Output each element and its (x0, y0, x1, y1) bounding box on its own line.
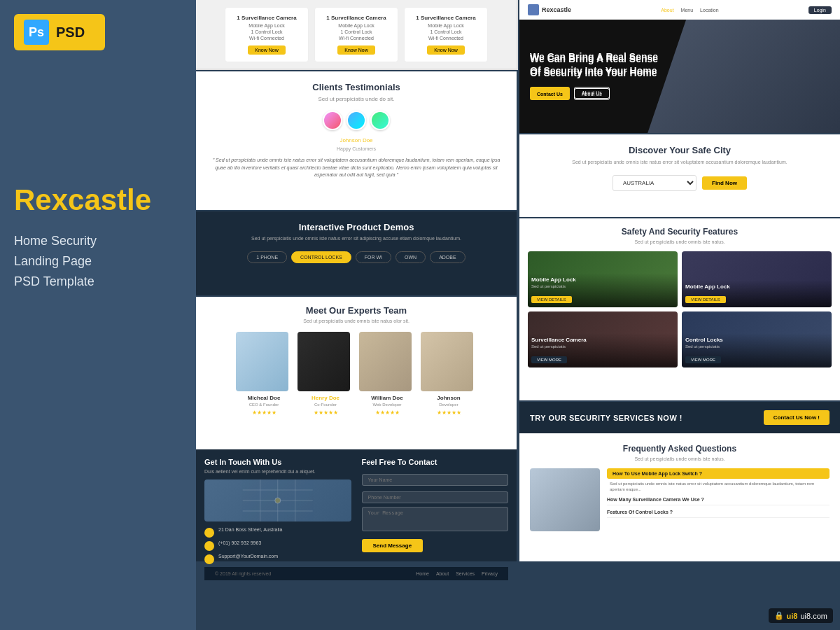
pc-1: 1 Surveillance Camera Mobile App Lock 1 … (225, 7, 309, 62)
pc-2: 1 Surveillance Camera Mobile App Lock 1 … (314, 7, 398, 62)
watermark-icon: 🔒 (774, 611, 784, 620)
testimonial-avatar-2[interactable] (346, 111, 366, 130)
about-us-btn[interactable]: About Us (574, 88, 610, 100)
testimonials-section: Clients Testimonials Sed ut perspiciatis… (196, 71, 518, 211)
contact-phone-input[interactable] (362, 491, 509, 503)
product-demos-sub: Sed ut perspiciatis unde omnis iste natu… (206, 236, 506, 241)
footer-link-about[interactable]: About (436, 571, 449, 576)
contact-phone-item: (+01) 902 932 9963 (204, 540, 351, 551)
contact-name-input[interactable] (362, 474, 509, 486)
faq-question-text-2[interactable]: How Many Surveillance Camera We Use ? (607, 497, 830, 502)
safety-overlay-3: Surveillance Camera Sed ut perspiciatis … (528, 333, 678, 368)
ps-label: PSD (56, 24, 85, 41)
pricing-btn-3[interactable]: Know Now (427, 46, 464, 55)
contact-section: Get In Touch With Us Duis aellent vel en… (196, 449, 518, 561)
nav-logo-area: Rexcastle (528, 4, 571, 15)
faq-questions-list: How To Use Mobile App Lock Switch ? Sed … (607, 468, 830, 531)
safety-section: Safety And Security Features Sed ut pers… (518, 218, 840, 400)
product-tab-own[interactable]: OWN (396, 251, 426, 263)
safety-card-1: Mobile App Lock Sed ut perspiciatis VIEW… (528, 251, 678, 307)
faq-answer-text-1: Sed ut perspiciatis unde omnis iste natu… (607, 481, 830, 493)
product-tab-control[interactable]: CONTROL LOCKS (291, 251, 351, 263)
watermark: 🔒 ui8 ui8.com (769, 608, 833, 623)
footer-link-services[interactable]: Services (456, 571, 475, 576)
member-stars-2: ★★★★★ (298, 410, 354, 416)
contact-message-input[interactable] (362, 507, 509, 531)
city-select[interactable]: AUSTRALIA (612, 175, 696, 191)
member-photo-3 (359, 332, 412, 391)
safety-btn-1[interactable]: VIEW DETAILS (531, 296, 572, 303)
map-grid-svg (204, 479, 351, 522)
main-content-area: 1 Surveillance Camera Mobile App Lock 1 … (196, 0, 840, 630)
team-section: Meet Our Experts Team Sed ut perspiciati… (196, 295, 518, 449)
safety-overlay-2: Mobile App Lock VIEW DETAILS (682, 280, 832, 307)
member-johnson: Johnson Developer ★★★★★ (421, 332, 477, 416)
discover-section: Discover Your Safe City Sed ut perspicia… (518, 134, 840, 218)
contact-email-text: Support@YourDomain.com (218, 554, 278, 559)
footer-link-privacy[interactable]: Privacy (482, 571, 498, 576)
product-demos-title: Interactive Product Demos (206, 222, 506, 232)
team-section-title: Meet Our Experts Team (204, 305, 508, 316)
hero-navigation: Rexcastle About Menu Location Login (519, 0, 840, 20)
contact-submit-btn[interactable]: Send Message (362, 539, 424, 552)
discover-section-sub: Sed ut perspiciatis unde omnis iste natu… (530, 160, 830, 164)
safety-card-4: Control Locks Sed ut perspiciatis VIEW M… (682, 312, 832, 368)
nav-login-btn[interactable]: Login (808, 6, 832, 14)
watermark-brand: ui8 (787, 612, 798, 620)
member-stars-3: ★★★★★ (359, 410, 415, 416)
hero-copy: We Can Bring A Real Sense Of Security In… (530, 52, 670, 100)
testimonial-avatar-1[interactable] (323, 111, 342, 130)
cta-contact-btn[interactable]: Contact Us Now ! (764, 410, 830, 425)
contact-title: Get In Touch With Us (204, 458, 351, 466)
nav-location[interactable]: Location (700, 8, 718, 13)
contact-address-item: 21 Dan Boss Street, Australia (204, 527, 351, 538)
safety-card-2: Mobile App Lock VIEW DETAILS (682, 251, 832, 307)
faq-question-text-3[interactable]: Features Of Control Locks ? (607, 510, 830, 514)
nav-menu[interactable]: Menu (681, 8, 694, 13)
active-testimonial-role: Happy Customers (206, 146, 506, 151)
member-photo-2 (298, 332, 350, 391)
pricing-section: 1 Surveillance Camera Mobile App Lock 1 … (196, 0, 518, 70)
team-members-grid: Micheal Doe CEO & Founder ★★★★★ Henry Do… (204, 332, 508, 416)
email-icon (204, 554, 214, 564)
pricing-btn-2[interactable]: Know Now (337, 46, 374, 55)
product-tab-forwi[interactable]: FOR WI (356, 251, 391, 263)
faq-question-text-1[interactable]: How To Use Mobile App Lock Switch ? (607, 468, 830, 479)
safety-btn-2[interactable]: VIEW DETAILS (685, 296, 726, 303)
product-tabs-row: 1 PHONE CONTROL LOCKS FOR WI OWN ADOBE (206, 251, 506, 263)
faq-content-area: Frequently Asked Questions Sed ut perspi… (519, 433, 840, 561)
safety-btn-4[interactable]: VIEW MORE (685, 356, 721, 363)
faq-section-sub: Sed ut perspiciatis unde omnis iste natu… (530, 456, 830, 461)
phone-icon (204, 541, 214, 551)
contact-address-text: 21 Dan Boss Street, Australia (218, 527, 282, 532)
product-tab-adobe[interactable]: ADOBE (430, 251, 465, 263)
hero-main-headline: We Can Bring A Real Sense Of Security In… (530, 52, 670, 80)
left-panel: Ps PSD Rexcastle Home Security Landing P… (0, 0, 196, 630)
faq-q2: How Many Surveillance Camera We Use ? (607, 497, 830, 505)
faq-person-image (530, 468, 600, 531)
logo-icon (528, 4, 539, 15)
faq-q3: Features Of Control Locks ? (607, 510, 830, 518)
hero-main-body: We Can Bring A Real Sense Of Security In… (519, 20, 840, 133)
testimonial-avatar-3[interactable] (370, 111, 390, 130)
contact-us-btn[interactable]: Contact Us (530, 88, 570, 100)
footer-link-home[interactable]: Home (416, 571, 429, 576)
member-name-1: Micheal Doe (236, 395, 292, 401)
member-role-3: Web Developer (359, 402, 415, 407)
member-name-2: Henry Doe (298, 395, 354, 401)
contact-grid-layout: Get In Touch With Us Duis aellent vel en… (204, 458, 508, 567)
ps-badge: Ps PSD (14, 14, 105, 50)
ps-icon: Ps (24, 20, 49, 45)
svg-point-6 (275, 498, 281, 503)
member-role-2: Co-Founder (298, 402, 354, 407)
pricing-btn-1[interactable]: Know Now (248, 46, 285, 55)
nav-about[interactable]: About (661, 8, 673, 13)
safety-btn-3[interactable]: VIEW MORE (531, 356, 567, 363)
safety-section-title: Safety And Security Features (528, 227, 832, 237)
product-tab-1phone[interactable]: 1 PHONE (247, 251, 287, 263)
find-now-btn[interactable]: Find Now (702, 176, 747, 190)
testimonials-section-sub: Sed ut perspiciatis unde do sit. (206, 96, 506, 102)
team-section-sub: Sed ut perspiciatis unde omnis iste natu… (204, 318, 508, 323)
footer-bar: © 2019 All rights reserved Home About Se… (204, 567, 508, 580)
safety-overlay-1: Mobile App Lock Sed ut perspiciatis VIEW… (528, 273, 678, 307)
